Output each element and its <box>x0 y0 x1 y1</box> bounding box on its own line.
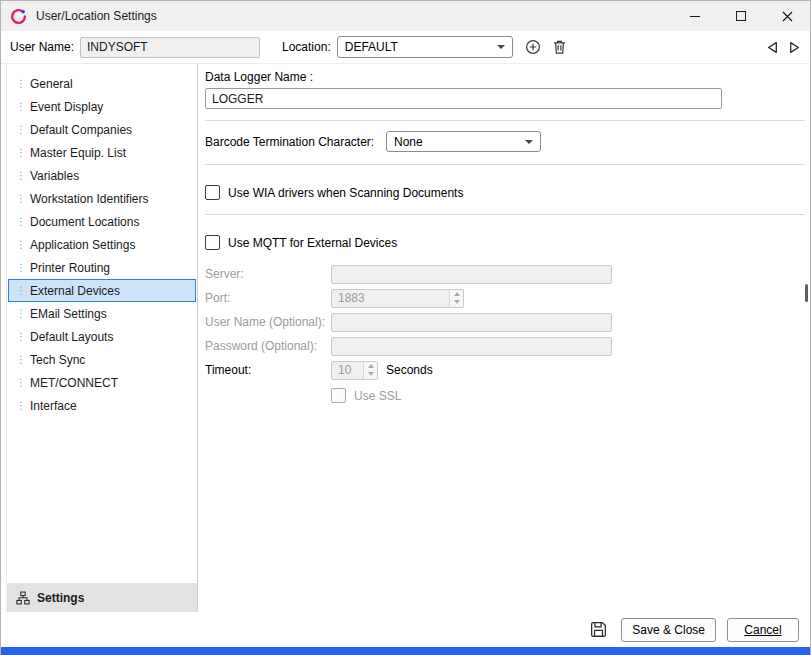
spin-up-icon <box>364 362 377 371</box>
user-name-field <box>80 37 260 58</box>
barcode-termination-value: None <box>394 135 423 149</box>
username-optional-label: User Name (Optional): <box>205 315 331 329</box>
sidebar-item-label: Interface <box>30 399 77 413</box>
data-logger-section: Data Logger Name : <box>205 70 805 120</box>
dialog-footer: Save & Close Cancel <box>1 612 810 647</box>
data-logger-input[interactable] <box>205 88 722 109</box>
grip-icon: ⋮ <box>16 401 22 411</box>
sidebar-item-default-layouts[interactable]: ⋮Default Layouts <box>8 325 196 348</box>
sidebar-item-master-equip-list[interactable]: ⋮Master Equip. List <box>8 141 196 164</box>
sidebar-item-label: Default Companies <box>30 123 132 137</box>
barcode-termination-dropdown[interactable]: None <box>386 131 541 152</box>
chevron-down-icon <box>497 45 505 49</box>
barcode-section: Barcode Termination Character: None <box>205 121 805 164</box>
add-location-button[interactable] <box>521 35 545 59</box>
wia-checkbox-label: Use WIA drivers when Scanning Documents <box>228 186 463 200</box>
sidebar-item-variables[interactable]: ⋮Variables <box>8 164 196 187</box>
server-input <box>331 265 612 284</box>
sidebar-list: ⋮General ⋮Event Display ⋮Default Compani… <box>7 64 197 583</box>
sidebar-item-general[interactable]: ⋮General <box>8 72 196 95</box>
app-logo-icon <box>10 8 27 25</box>
mqtt-checkbox[interactable] <box>205 235 220 250</box>
chevron-down-icon <box>525 140 533 144</box>
sidebar-item-workstation-identifiers[interactable]: ⋮Workstation Identifiers <box>8 187 196 210</box>
password-optional-input <box>331 337 612 356</box>
grip-icon: ⋮ <box>16 125 22 135</box>
sidebar-item-label: Default Layouts <box>30 330 113 344</box>
sidebar-item-event-display[interactable]: ⋮Event Display <box>8 95 196 118</box>
user-name-label: User Name: <box>10 40 74 54</box>
password-row: Password (Optional): <box>205 334 805 358</box>
grip-icon: ⋮ <box>16 378 22 388</box>
minimize-icon <box>690 16 700 17</box>
spin-down-icon <box>364 370 377 379</box>
window-title: User/Location Settings <box>36 9 157 23</box>
location-dropdown[interactable]: DEFAULT <box>337 36 513 58</box>
sidebar-item-label: External Devices <box>30 284 120 298</box>
sidebar-item-label: Tech Sync <box>30 353 85 367</box>
mqtt-form: Server: Port: <box>205 262 805 403</box>
settings-sidebar: ⋮General ⋮Event Display ⋮Default Compani… <box>6 64 198 612</box>
barcode-termination-label: Barcode Termination Character: <box>205 135 386 149</box>
wia-checkbox[interactable] <box>205 185 220 200</box>
grip-icon: ⋮ <box>16 332 22 342</box>
previous-button[interactable] <box>767 41 778 54</box>
close-button[interactable] <box>764 1 810 31</box>
next-button[interactable] <box>789 41 800 54</box>
sidebar-item-label: Event Display <box>30 100 103 114</box>
sidebar-item-label: Master Equip. List <box>30 146 126 160</box>
grip-icon: ⋮ <box>16 194 22 204</box>
sidebar-item-default-companies[interactable]: ⋮Default Companies <box>8 118 196 141</box>
sidebar-item-printer-routing[interactable]: ⋮Printer Routing <box>8 256 196 279</box>
sidebar-item-met-connect[interactable]: ⋮MET/CONNECT <box>8 371 196 394</box>
server-label: Server: <box>205 267 331 281</box>
data-logger-label: Data Logger Name : <box>205 70 805 84</box>
grip-icon: ⋮ <box>16 217 22 227</box>
sidebar-item-label: EMail Settings <box>30 307 107 321</box>
username-optional-input <box>331 313 612 332</box>
mqtt-section: Use MQTT for External Devices Server: Po… <box>205 215 805 403</box>
sidebar-item-label: General <box>30 77 73 91</box>
location-label: Location: <box>282 40 331 54</box>
user-location-settings-window: User/Location Settings User Name: Locati… <box>0 0 811 655</box>
sidebar-item-label: Printer Routing <box>30 261 110 275</box>
cancel-button[interactable]: Cancel <box>727 618 799 642</box>
floppy-disk-icon <box>589 620 608 639</box>
scrollbar-thumb[interactable] <box>805 284 808 302</box>
username-row: User Name (Optional): <box>205 310 805 334</box>
port-label: Port: <box>205 291 331 305</box>
grip-icon: ⋮ <box>16 286 22 296</box>
titlebar[interactable]: User/Location Settings <box>1 1 810 31</box>
close-icon <box>782 11 793 22</box>
port-input <box>331 289 464 308</box>
spin-up-icon <box>450 290 463 299</box>
sidebar-item-tech-sync[interactable]: ⋮Tech Sync <box>8 348 196 371</box>
timeout-row: Timeout: Seconds <box>205 358 805 382</box>
ssl-checkbox-label: Use SSL <box>354 389 401 403</box>
grip-icon: ⋮ <box>16 355 22 365</box>
sitemap-icon <box>16 591 30 605</box>
location-value: DEFAULT <box>345 40 398 54</box>
trash-icon <box>552 39 567 55</box>
ssl-checkbox <box>331 388 346 403</box>
delete-location-button[interactable] <box>548 35 572 59</box>
maximize-icon <box>736 11 746 21</box>
sidebar-item-label: Workstation Identifiers <box>30 192 149 206</box>
content-area: ⋮General ⋮Event Display ⋮Default Compani… <box>1 63 810 612</box>
sidebar-item-label: Variables <box>30 169 79 183</box>
sidebar-item-interface[interactable]: ⋮Interface <box>8 394 196 417</box>
sidebar-item-application-settings[interactable]: ⋮Application Settings <box>8 233 196 256</box>
arrow-left-icon <box>767 41 778 54</box>
save-button-icon[interactable] <box>589 620 608 639</box>
password-optional-label: Password (Optional): <box>205 339 331 353</box>
sidebar-item-document-locations[interactable]: ⋮Document Locations <box>8 210 196 233</box>
save-close-button[interactable]: Save & Close <box>621 618 716 642</box>
bottom-accent-strip <box>1 647 810 655</box>
sidebar-item-email-settings[interactable]: ⋮EMail Settings <box>8 302 196 325</box>
minimize-button[interactable] <box>672 1 718 31</box>
wia-section: Use WIA drivers when Scanning Documents <box>205 165 805 214</box>
sidebar-item-external-devices[interactable]: ⋮External Devices <box>8 279 196 302</box>
sidebar-footer-settings[interactable]: Settings <box>7 583 197 612</box>
sidebar-item-label: Document Locations <box>30 215 139 229</box>
maximize-button[interactable] <box>718 1 764 31</box>
